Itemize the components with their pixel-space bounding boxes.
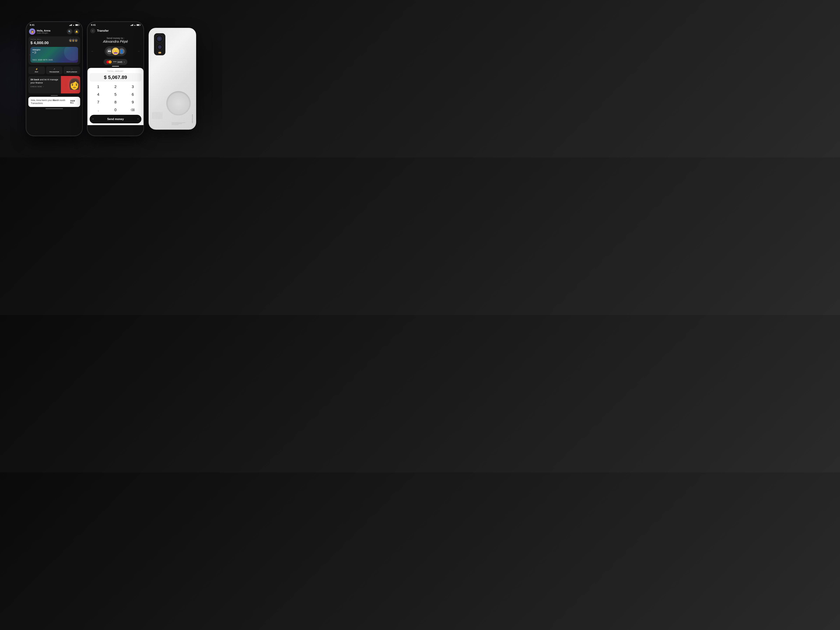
ai-banner-title: Sit back and let AI manage your finance (30, 78, 59, 84)
antenna-line-2 (172, 123, 182, 124)
secondary-camera-lens (156, 44, 163, 51)
send-to-section: Send money to : Alexandra Pépé (87, 35, 144, 45)
action-buttons: ⚡ PAY ↗ TRANSFER ↑ REPLENISH (28, 66, 80, 74)
transfer-wifi-icon: ▲ (134, 24, 136, 26)
notification-button[interactable]: 🔔 (74, 29, 79, 34)
pay-icon: ⚡ (35, 68, 38, 70)
key-6[interactable]: 6 (124, 91, 141, 98)
replenish-button[interactable]: ↑ REPLENISH (63, 66, 80, 74)
pay-button[interactable]: ⚡ PAY (28, 66, 45, 74)
transfer-status-time: 9:41 (91, 24, 96, 26)
contact-avatars: 🕶 👱‍♀️ 👤 (105, 46, 126, 56)
contacts-row: ← 🕶 👱‍♀️ 👤 → (87, 45, 144, 58)
credit-card[interactable]: Intergiro ▪ )) 5421 3589 9876 3445 (30, 47, 78, 63)
transfer-phone: 9:41 ▲ ‹ Transfer Send money to : Alexan… (87, 22, 144, 136)
key-1[interactable]: 1 (90, 83, 107, 91)
transaction-text: Hola, Anna here's your March month Trans… (31, 99, 70, 105)
transfer-header: ‹ Transfer (87, 27, 144, 35)
replenish-icon: ↑ (71, 68, 73, 70)
card-section: TOTAL BILL $ 4,000.00 👦 👩 👧 ← Intergiro … (28, 36, 80, 65)
key-3[interactable]: 3 (124, 83, 141, 91)
avatar-3: 👧 (74, 38, 78, 43)
antenna-line-3 (172, 125, 178, 125)
key-4[interactable]: 4 (90, 91, 107, 98)
transfer-battery-icon (136, 24, 140, 26)
home-screen-content: 👩 Hola, Anna Guten Morgen.. 🔍 🔔 TOTAL BI… (26, 27, 82, 136)
card-chip: ▪ )) (33, 51, 36, 54)
key-9[interactable]: 9 (124, 98, 141, 106)
status-icons: ▲ (69, 24, 79, 26)
send-to-label: Send money to : (87, 37, 144, 39)
home-phone: 9:41 ▲ 👩 Hola, Anna Guten Morgen.. (26, 22, 82, 136)
transfer-icon: ↗ (54, 68, 55, 70)
card-selector: **** 3445 ▾ (90, 59, 141, 66)
user-info: 👩 Hola, Anna Guten Morgen.. (29, 28, 51, 35)
transaction-text-normal: Hola, Anna here's your (31, 99, 52, 101)
view-all-button[interactable]: VIEW ALL (70, 100, 78, 104)
ai-banner-cta[interactable]: CHECK NOW → (30, 86, 59, 87)
nothing-frame: NOTHING (149, 28, 196, 129)
mastercard-icon (106, 60, 112, 63)
nothing-phone: NOTHING (149, 28, 196, 129)
transfer-label: TRANSFER (49, 71, 59, 73)
ai-banner-text-area: Sit back and let AI manage your finance … (28, 76, 61, 93)
ai-banner-image (61, 76, 80, 93)
contacts-left-arrow[interactable]: ← (91, 50, 94, 53)
user-subtext: Guten Morgen.. (37, 32, 51, 34)
keypad-panel: TOTAL AMOUNT $ 5,067.89 1 2 3 4 5 6 7 8 … (87, 68, 144, 125)
send-money-button[interactable]: + Send money + (90, 115, 141, 123)
home-header: 👩 Hola, Anna Guten Morgen.. 🔍 🔔 (26, 27, 82, 36)
ai-banner: Sit back and let AI manage your finance … (28, 76, 80, 93)
transfer-button[interactable]: ↗ TRANSFER (46, 66, 63, 74)
total-amount-value: $ 5,067.89 (90, 73, 141, 82)
card-selector-inner[interactable]: **** 3445 ▾ (104, 59, 127, 65)
pay-label: PAY (35, 71, 38, 73)
key-7[interactable]: 7 (90, 98, 107, 106)
nothing-speaker-grill (152, 112, 163, 119)
notch (46, 22, 63, 27)
send-to-name: Alexandra Pépé (87, 39, 144, 44)
send-plus-left: + (92, 117, 94, 121)
total-amount-label: TOTAL AMOUNT (90, 70, 141, 72)
back-button[interactable]: ‹ (90, 28, 95, 33)
transfer-notch (107, 22, 124, 27)
camera-flash (158, 52, 161, 54)
ai-banner-italic: Sit back (30, 78, 39, 81)
card-short-number: **** 3445 (113, 61, 122, 63)
card-number: 5421 3589 9876 3445 (33, 59, 53, 61)
transactions-banner[interactable]: Hola, Anna here's your March month Trans… (28, 97, 80, 107)
header-actions: 🔍 🔔 (67, 29, 79, 34)
send-plus-right: + (137, 117, 139, 121)
key-8[interactable]: 8 (107, 98, 124, 106)
antenna-line-1 (172, 123, 185, 123)
key-0[interactable]: 0 (107, 106, 124, 114)
key-2[interactable]: 2 (107, 83, 124, 91)
key-5[interactable]: 5 (107, 91, 124, 98)
search-button[interactable]: 🔍 (67, 29, 73, 34)
contacts-right-arrow[interactable]: → (137, 50, 140, 53)
transfer-title: Transfer (97, 29, 109, 33)
nothing-wireless-circle (166, 91, 191, 115)
wifi-icon: ▲ (73, 24, 74, 26)
card-brand: Intergiro (33, 49, 76, 51)
contact-avatar-selected[interactable]: 👱‍♀️ (111, 47, 120, 55)
key-backspace[interactable]: ⌫ (124, 106, 141, 114)
keypad: 1 2 3 4 5 6 7 8 9 . 0 ⌫ (90, 83, 141, 114)
nothing-antenna-lines (172, 123, 185, 126)
camera-lens-inner (157, 36, 162, 41)
secondary-lens-inner (158, 45, 162, 49)
home-bar (46, 108, 63, 109)
replenish-label: REPLENISH (66, 71, 77, 73)
battery-icon (75, 24, 79, 26)
transaction-text-italic: March (52, 99, 58, 101)
signal-icon (69, 24, 72, 26)
scroll-indicator (51, 95, 58, 96)
nothing-brand-text: NOTHING (192, 115, 193, 123)
user-details: Hola, Anna Guten Morgen.. (37, 29, 51, 34)
member-avatars: 👦 👩 👧 (69, 38, 78, 43)
key-dot[interactable]: . (90, 106, 107, 114)
home-indicator (26, 107, 82, 111)
transfer-status-icons: ▲ (131, 24, 140, 26)
card-dropdown-icon: ▾ (124, 61, 125, 63)
transfer-signal-icon (131, 24, 133, 26)
